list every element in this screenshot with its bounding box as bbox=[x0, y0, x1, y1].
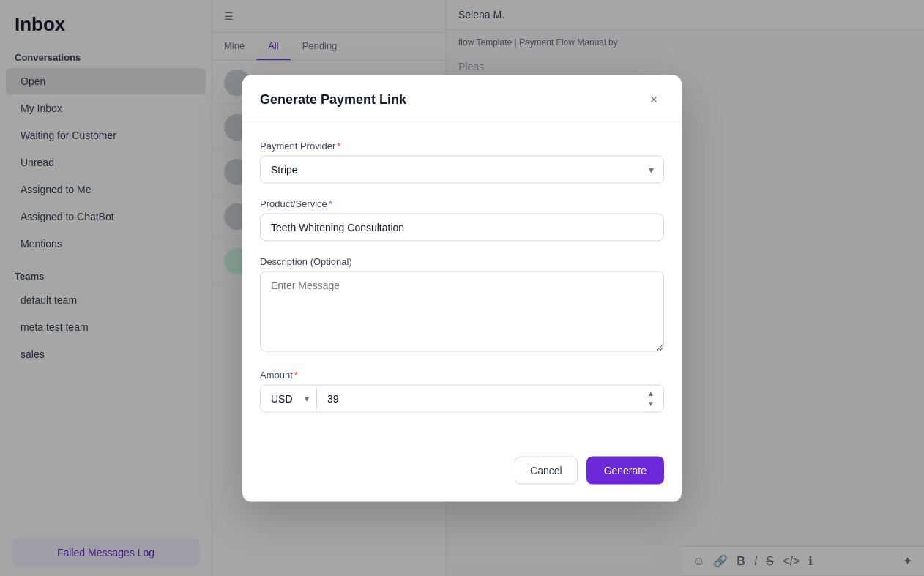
product-service-label: Product/Service* bbox=[260, 198, 664, 209]
description-label: Description (Optional) bbox=[260, 255, 664, 266]
payment-provider-label: Payment Provider* bbox=[260, 140, 664, 151]
modal-body: Payment Provider* Stripe PayPal Square ▾… bbox=[242, 122, 682, 444]
payment-provider-group: Payment Provider* Stripe PayPal Square ▾ bbox=[260, 140, 664, 183]
currency-select[interactable]: USD EUR GBP CAD bbox=[261, 385, 316, 411]
currency-select-wrapper: USD EUR GBP CAD ▾ bbox=[261, 385, 316, 411]
modal-footer: Cancel Generate bbox=[242, 444, 682, 501]
amount-group: Amount* USD EUR GBP CAD ▾ ▲ bbox=[260, 369, 664, 412]
payment-provider-select[interactable]: Stripe PayPal Square bbox=[260, 155, 664, 183]
modal-header: Generate Payment Link × bbox=[242, 75, 682, 122]
spinner-down-button[interactable]: ▼ bbox=[644, 398, 657, 408]
generate-button[interactable]: Generate bbox=[586, 456, 664, 484]
generate-payment-link-modal: Generate Payment Link × Payment Provider… bbox=[242, 75, 682, 501]
modal-close-button[interactable]: × bbox=[644, 89, 664, 110]
amount-row: USD EUR GBP CAD ▾ ▲ ▼ bbox=[260, 384, 664, 412]
amount-label: Amount* bbox=[260, 369, 664, 380]
amount-input[interactable] bbox=[317, 385, 644, 411]
amount-spinner: ▲ ▼ bbox=[644, 388, 663, 408]
description-textarea[interactable] bbox=[260, 271, 664, 351]
description-group: Description (Optional) bbox=[260, 255, 664, 354]
modal-title: Generate Payment Link bbox=[260, 92, 406, 108]
payment-provider-select-wrapper: Stripe PayPal Square ▾ bbox=[260, 155, 664, 183]
product-service-input[interactable] bbox=[260, 213, 664, 241]
spinner-up-button[interactable]: ▲ bbox=[644, 388, 657, 398]
amount-input-wrapper: ▲ ▼ bbox=[317, 385, 663, 411]
product-service-group: Product/Service* bbox=[260, 198, 664, 241]
cancel-button[interactable]: Cancel bbox=[515, 456, 578, 484]
